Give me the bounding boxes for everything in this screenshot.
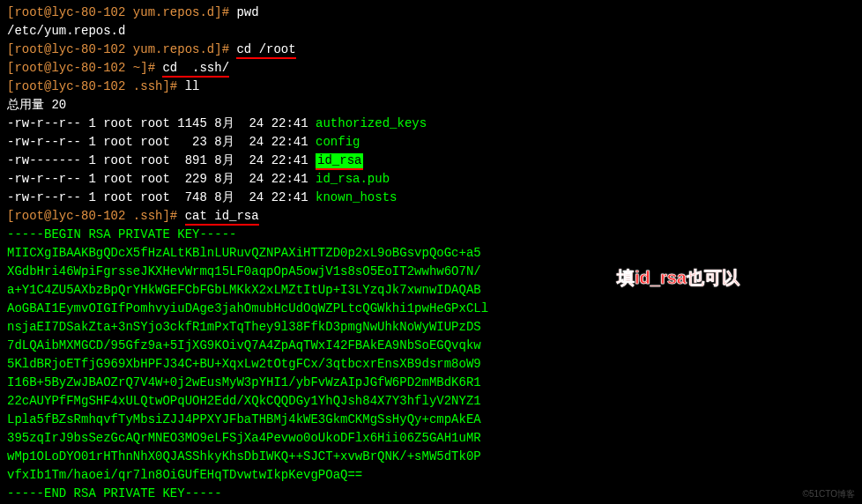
file-row: -rw------- 1 root root 891 8月 24 22:41 i… [7, 152, 855, 170]
file-listing: -rw-r--r-- 1 root root 1145 8月 24 22:41 … [7, 115, 855, 207]
pwd-output: /etc/yum.repos.d [7, 22, 855, 41]
file-name: config [316, 135, 360, 149]
file-perms: -rw-r--r-- 1 root root 1145 8月 24 22:41 [7, 116, 316, 130]
command-text: pwd [236, 5, 258, 19]
key-line: MIICXgIBAAKBgQDcX5fHzALtKBlnLURuvQZNPAXi… [7, 244, 855, 263]
file-row: -rw-r--r-- 1 root root 23 8月 24 22:41 co… [7, 133, 855, 152]
key-line: 395zqIrJ9bsSezGcAQrMNEO3MO9eLFSjXa4Pevwo… [7, 429, 855, 448]
file-row: -rw-r--r-- 1 root root 229 8月 24 22:41 i… [7, 170, 855, 189]
key-end: -----END RSA PRIVATE KEY----- [7, 485, 855, 503]
key-line: I16B+5ByZwJBAOZrQ7V4W+0j2wEusMyW3pYHI1/y… [7, 374, 855, 392]
prompt-line: [root@lyc-80-102 yum.repos.d]# cd /root [7, 41, 855, 59]
command-text: cd .ssh/ [162, 61, 229, 78]
command-text: cd /root [236, 42, 295, 59]
file-row: -rw-r--r-- 1 root root 1145 8月 24 22:41 … [7, 115, 855, 133]
prompt-user: [root@lyc-80-102 yum.repos.d]# [7, 5, 236, 19]
prompt-user: [root@lyc-80-102 yum.repos.d]# [7, 42, 236, 56]
prompt-line: [root@lyc-80-102 yum.repos.d]# pwd [7, 4, 855, 22]
command-text: cat id_rsa [185, 209, 259, 226]
key-line: 5KldBRjoETfjG969XbHPFJ34C+BU+XqxLw2tOtgF… [7, 355, 855, 374]
key-line: AoGBAI1EymvOIGIfPomhvyiuDAge3jahOmubHcUd… [7, 300, 855, 318]
file-name: id_rsa [316, 153, 363, 170]
key-line: vfxIb1Tm/haoei/qr7ln8OiGUfEHqTDvwtwIkpKe… [7, 466, 855, 485]
file-perms: -rw-r--r-- 1 root root 23 8月 24 22:41 [7, 135, 316, 149]
prompt-line: [root@lyc-80-102 ~]# cd .ssh/ [7, 59, 855, 78]
total-line: 总用量 20 [7, 96, 855, 115]
file-name: known_hosts [316, 190, 397, 204]
file-perms: -rw-r--r-- 1 root root 748 8月 24 22:41 [7, 190, 316, 204]
key-line: Lpla5fBZsRmhqvfTyMbsiZJJ4PPXYJFbaTHBMj4k… [7, 411, 855, 429]
prompt-user: [root@lyc-80-102 ~]# [7, 61, 162, 75]
file-perms: -rw-r--r-- 1 root root 229 8月 24 22:41 [7, 172, 316, 186]
command-text: ll [185, 79, 200, 93]
key-line: wMp1OLoDYO01rHThnNhX0QJASShkyKhsDbIWKQ++… [7, 448, 855, 466]
key-line: 7dLQAibMXMGCD/95Gfz9a+5IjXG9KOivQ7A4ZpAq… [7, 337, 855, 355]
terminal-output: [root@lyc-80-102 yum.repos.d]# pwd /etc/… [7, 4, 855, 504]
key-begin: -----BEGIN RSA PRIVATE KEY----- [7, 226, 855, 244]
key-line: nsjaEI7DSakZta+3nSYjo3ckfR1mPxTqThey9l38… [7, 318, 855, 337]
file-name: id_rsa.pub [316, 172, 390, 186]
file-row: -rw-r--r-- 1 root root 748 8月 24 22:41 k… [7, 189, 855, 207]
watermark-text: ©51CTO博客 [803, 487, 855, 500]
prompt-line: [root@lyc-80-102 .ssh]# ll [7, 78, 855, 96]
prompt-line: [root@lyc-80-102 .ssh]# cat id_rsa [7, 207, 855, 226]
file-perms: -rw------- 1 root root 891 8月 24 22:41 [7, 153, 316, 167]
prompt-user: [root@lyc-80-102 .ssh]# [7, 79, 185, 93]
key-line: 22cAUYPfFMgSHF4xULQtwOPqUOH2Edd/XQkCQQDG… [7, 392, 855, 411]
annotation-text: 填id_rsa也可以 [617, 264, 739, 291]
file-name: authorized_keys [316, 116, 427, 130]
prompt-user: [root@lyc-80-102 .ssh]# [7, 209, 185, 223]
